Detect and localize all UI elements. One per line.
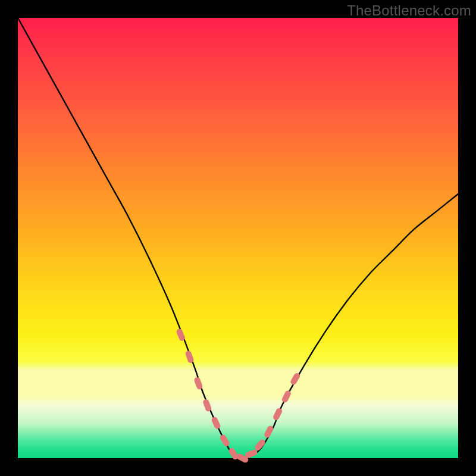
marker-point (267, 429, 270, 435)
marker-point (276, 411, 279, 417)
marker-point (232, 451, 236, 456)
curve-svg (18, 18, 458, 458)
curve-layer (18, 18, 458, 459)
marker-layer (180, 332, 297, 460)
marker-point (215, 420, 218, 426)
bottleneck-curve (18, 18, 458, 459)
marker-point (223, 438, 227, 443)
marker-point (239, 457, 245, 460)
marker-point (293, 376, 297, 381)
chart-frame: TheBottleneck.com (0, 0, 476, 476)
marker-point (258, 443, 262, 447)
marker-point (248, 453, 254, 455)
watermark-text: TheBottleneck.com (347, 2, 471, 19)
marker-point (206, 402, 208, 408)
marker-point (189, 354, 191, 360)
marker-point (197, 380, 199, 386)
plot-area (18, 18, 458, 458)
marker-point (180, 332, 182, 338)
marker-point (285, 393, 288, 399)
